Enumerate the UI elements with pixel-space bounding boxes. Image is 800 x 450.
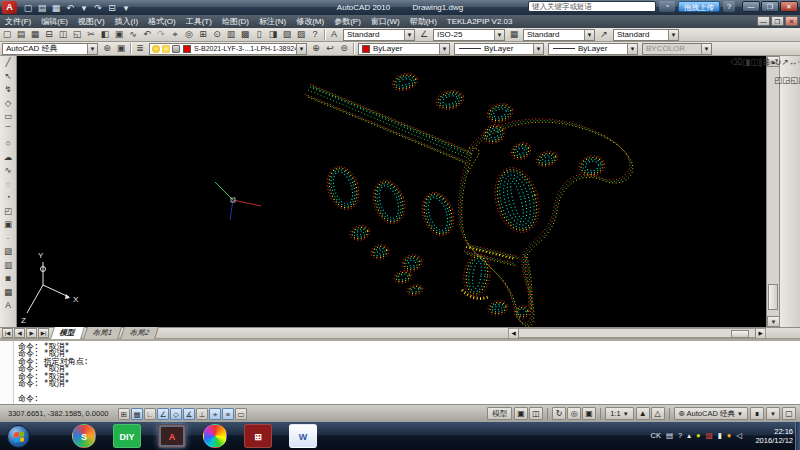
insert-block-icon[interactable]: ◰ [1,205,16,219]
quick-view-layouts-icon[interactable]: ▣ [514,407,528,420]
ducs-toggle[interactable]: ⊥ [196,408,208,420]
open-button[interactable]: ▤ [35,2,49,14]
vertical-scrollbar[interactable]: ▲ ▼ [766,56,779,327]
undo-button[interactable]: ↶ [63,2,77,14]
snap-toggle[interactable]: ⊞ [118,408,130,420]
table-style-icon[interactable]: ▦ [507,28,521,41]
menu-modify[interactable]: 修改(M) [291,15,329,28]
hatch-icon[interactable]: ▨ [1,245,16,259]
make-object-layer-current-icon[interactable]: ⊕ [309,42,323,55]
save-workspace-icon[interactable]: ▣ [114,42,128,55]
app-close-button[interactable]: ✕ [780,1,798,12]
designcenter-icon[interactable]: ▩ [238,28,252,41]
scroll-right-icon[interactable]: ▶ [755,329,765,338]
menu-view[interactable]: 视图(V) [73,15,110,28]
mleader-style-dropdown[interactable]: Standard ▼ [613,29,679,41]
chevron-down-icon[interactable]: ▼ [584,30,594,40]
table-style-dropdown[interactable]: Standard ▼ [523,29,595,41]
model-space-button[interactable]: 模型 [487,407,512,420]
toolbar-lock-button[interactable]: ∎ [750,407,764,420]
quick-properties-toggle[interactable]: ▭ [235,408,247,420]
menu-draw[interactable]: 绘图(D) [217,15,254,28]
taskbar-app-tekla[interactable]: ⊞ [244,424,272,448]
zoom-status-icon[interactable]: ◎ [567,407,581,420]
region-icon[interactable]: ◙ [1,272,16,286]
start-button[interactable] [7,425,30,448]
quickcalc-icon[interactable]: ▨ [294,28,308,41]
menu-help[interactable]: 帮助(H) [405,15,442,28]
rectangle-icon[interactable]: ▭ [1,110,16,124]
revcloud-icon[interactable]: ☁ [1,151,16,165]
app-minimize-button[interactable]: — [742,1,760,12]
array-icon[interactable]: ⊞ [763,57,770,67]
cut-icon[interactable]: ✂ [84,28,98,41]
paste-icon[interactable]: ▣ [112,28,126,41]
horizontal-scroll-thumb[interactable] [731,330,749,338]
annotation-autoscale-icon[interactable]: △ [651,407,665,420]
annotation-scale-button[interactable]: 1:1 ▼ [605,407,633,420]
redo-icon[interactable]: ↷ [154,28,168,41]
app-restore-button[interactable]: ❐ [761,1,779,12]
chevron-down-icon[interactable]: ▼ [668,30,678,40]
layer-unlock-icon[interactable] [172,45,180,53]
osnap-toggle[interactable]: ◇ [170,408,182,420]
bring-above-icon[interactable]: ◱ [790,75,798,85]
layer-previous-icon[interactable]: ↩ [323,42,337,55]
tab-next-button[interactable]: ▶ [26,328,37,338]
tray-battery-icon[interactable]: ▮ [718,424,722,448]
match-properties-icon[interactable]: ∿ [126,28,140,41]
save-icon[interactable]: ▦ [28,28,42,41]
layer-dropdown[interactable]: S-B2021-LYF-3-...1-LPH-1-389242 ▼ [149,43,307,55]
undo-dropdown-arrow[interactable]: ▾ [77,2,91,14]
line-icon[interactable]: ╱ [1,56,16,70]
layer-thaw-sun-icon[interactable] [162,45,170,53]
grid-toggle[interactable]: ▦ [131,408,143,420]
ellipse-icon[interactable]: ◌ [1,178,16,192]
ortho-toggle[interactable]: ∟ [144,408,156,420]
tab-prev-button[interactable]: ◀ [14,328,25,338]
mleader-style-icon[interactable]: ↗ [597,28,611,41]
sheet-set-manager-icon[interactable]: ◨ [266,28,280,41]
tab-last-button[interactable]: ▶| [38,328,49,338]
open-icon[interactable]: ▤ [14,28,28,41]
lineweight-dropdown[interactable]: ByLayer ▼ [548,43,638,55]
layer-properties-manager-icon[interactable]: ≣ [133,42,147,55]
polyline-icon[interactable]: ↯ [1,83,16,97]
copy-clip-icon[interactable]: ◧ [98,28,112,41]
communication-center-icon[interactable]: ◔ [659,1,675,12]
plot-button[interactable]: ⊟ [105,2,119,14]
scale-icon[interactable]: ↗ [782,57,789,67]
pan-icon[interactable]: ⌖ [168,28,182,41]
menu-format[interactable]: 格式(O) [143,15,181,28]
clean-screen-button[interactable]: ▢ [782,407,796,420]
vertical-scroll-thumb[interactable] [768,284,778,310]
chevron-down-icon[interactable]: ▼ [439,44,449,54]
multiline-text-icon[interactable]: A [1,299,16,313]
tray-language[interactable]: CK [650,424,660,448]
doc-minimize-button[interactable]: — [757,16,770,26]
doc-close-button[interactable]: ✕ [785,16,798,26]
dim-style-dropdown[interactable]: ISO-25 ▼ [433,29,505,41]
layer-color-chip[interactable] [183,45,191,53]
tab-layout1[interactable]: 布局1 [83,327,122,339]
tray-up-arrow-icon[interactable]: ▴ [687,424,691,448]
otrack-toggle[interactable]: ∡ [183,408,195,420]
dyn-toggle[interactable]: ⌖ [209,408,221,420]
tab-layout2[interactable]: 布局2 [120,327,159,339]
steering-wheel-icon[interactable]: ↻ [552,407,566,420]
zoom-realtime-icon[interactable]: ◎ [182,28,196,41]
text-style-icon[interactable]: A [327,28,341,41]
polygon-icon[interactable]: ◇ [1,97,16,111]
taskbar-app-diy[interactable]: DIY [113,424,141,448]
make-block-icon[interactable]: ▣ [1,218,16,232]
titlebar-help-button[interactable]: ? [723,1,735,12]
chevron-down-icon[interactable]: ▼ [533,44,543,54]
taskbar-app-s[interactable]: S [72,424,96,448]
tray-flag-icon[interactable]: ▨ [705,424,712,448]
menu-window[interactable]: 窗口(W) [366,15,405,28]
tray-keyboard-icon[interactable]: ▤ [666,424,673,448]
chevron-down-icon[interactable]: ▼ [404,30,414,40]
send-to-back-icon[interactable]: ◲ [782,75,790,85]
workspace-settings-icon[interactable]: ⊛ [100,42,114,55]
circle-icon[interactable]: ○ [1,137,16,151]
